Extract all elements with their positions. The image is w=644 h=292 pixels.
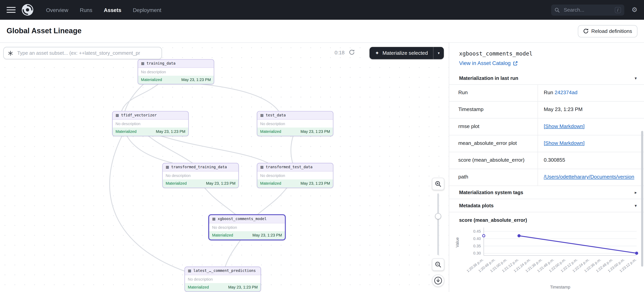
gear-icon[interactable]: ⚙: [632, 7, 638, 13]
materialization-time: May 23, 1:23 PM: [252, 232, 282, 238]
recenter-download-button[interactable]: [432, 274, 444, 287]
asset-node-header: ▦latest_…_comment_predictions: [185, 267, 260, 275]
chevron-down-icon: ▾: [635, 76, 637, 80]
global-search[interactable]: /: [551, 4, 624, 15]
asset-node-tfidf-vectorizer[interactable]: ▦tfidf_vectorizer No description Materia…: [112, 111, 189, 136]
nav-deployment[interactable]: Deployment: [133, 7, 162, 13]
zoom-slider-track[interactable]: [437, 193, 439, 255]
asset-node-header: ▦training_data: [138, 60, 214, 68]
asset-description: No description: [257, 172, 333, 179]
status-badge: Materialized: [166, 181, 186, 186]
materialization-time: May 23, 1:23 PM: [156, 129, 186, 135]
dagster-app: Overview Runs Assets Deployment / ⚙ Glob…: [0, 0, 644, 292]
asset-node-training-data[interactable]: ▦training_data No description Materializ…: [138, 59, 214, 84]
nav-assets[interactable]: Assets: [104, 7, 121, 13]
asset-name: transformed_training_data: [171, 165, 227, 170]
search-input[interactable]: [563, 7, 611, 13]
asset-description: No description: [112, 120, 188, 127]
dagster-logo[interactable]: [22, 4, 34, 16]
status-badge: Materialized: [212, 232, 233, 238]
asset-name: test_data: [266, 113, 286, 118]
asset-subset-filter[interactable]: [3, 47, 162, 59]
svg-text:0.30: 0.30: [473, 251, 481, 255]
section-metadata-plots[interactable]: Metadata plots ▾: [449, 199, 644, 212]
asset-description: No description: [209, 223, 285, 231]
svg-text:Timestamp: Timestamp: [550, 285, 570, 289]
asset-description: No description: [163, 172, 238, 179]
asset-node-transformed-test-data[interactable]: ▦transformed_test_data No description Ma…: [257, 163, 334, 188]
sparkle-icon: ✦: [375, 51, 379, 56]
zoom-slider-handle[interactable]: [435, 213, 441, 219]
run-prefix: Run: [544, 90, 554, 96]
detail-row-timestamp: Timestamp May 23, 1:23 PM: [449, 102, 644, 119]
asset-node-header: ▦transformed_training_data: [163, 163, 238, 172]
asset-node-header: ▦transformed_test_data: [257, 163, 333, 172]
run-id-link[interactable]: 242374ad: [554, 90, 577, 96]
detail-value: May 23, 1:23 PM: [538, 102, 644, 118]
asset-node-header: ▦test_data: [257, 112, 333, 120]
section-materialization-system-tags[interactable]: Materialization system tags ▸: [449, 186, 644, 199]
status-badge: Materialized: [188, 284, 209, 290]
refresh-icon: [583, 29, 588, 34]
asset-description: No description: [185, 275, 260, 283]
logo-swirl-icon: [22, 4, 34, 16]
refresh-icon: [349, 49, 355, 55]
detail-label: mean_absolute_error plot: [449, 135, 538, 152]
section-label: Materialization system tags: [459, 189, 523, 195]
view-in-asset-catalog-link[interactable]: View in Asset Catalog: [459, 60, 518, 67]
svg-text:Value: Value: [455, 237, 460, 247]
asset-node-test-data[interactable]: ▦test_data No description MaterializedMa…: [257, 111, 334, 136]
reload-definitions-button[interactable]: Reload definitions: [578, 25, 638, 37]
asset-node-xgboost-comments-model[interactable]: ▦xgboost_comments_model No description M…: [209, 215, 285, 240]
nav-overview[interactable]: Overview: [46, 7, 68, 13]
detail-value: [Show Markdown]: [538, 119, 644, 135]
search-shortcut-key: /: [615, 7, 621, 13]
asset-node-footer: MaterializedMay 23, 1:23 PM: [163, 179, 238, 188]
show-markdown-link[interactable]: [Show Markdown]: [544, 140, 584, 146]
lineage-graph-canvas[interactable]: ▦training_data No description Materializ…: [0, 43, 449, 292]
show-markdown-link[interactable]: [Show Markdown]: [544, 123, 584, 129]
detail-label: Timestamp: [449, 102, 538, 118]
materialize-selected-button[interactable]: ✦ Materialize selected: [370, 47, 433, 59]
table-icon: ▦: [260, 114, 264, 117]
asset-subset-input[interactable]: [16, 50, 158, 56]
detail-label: rmse plot: [449, 119, 538, 135]
svg-text:0.35: 0.35: [473, 244, 481, 248]
menu-icon[interactable]: [6, 7, 16, 13]
zoom-out-button[interactable]: [432, 258, 444, 271]
table-icon: ▦: [116, 114, 119, 117]
asset-name: latest_…_comment_predictions: [193, 268, 256, 274]
detail-value: [Show Markdown]: [538, 135, 644, 152]
path-link[interactable]: /Users/odetteharary/Documents/version: [544, 174, 634, 180]
external-link-icon: [513, 61, 518, 66]
nav-links: Overview Runs Assets Deployment: [46, 7, 161, 13]
asset-node-footer: MaterializedMay 23, 1:23 PM: [185, 283, 260, 291]
status-badge: Materialized: [260, 129, 281, 135]
zoom-out-icon: [435, 261, 441, 268]
asset-node-transformed-training-data[interactable]: ▦transformed_training_data No descriptio…: [162, 163, 239, 188]
asset-node-latest-comment-predictions[interactable]: ▦latest_…_comment_predictions No descrip…: [184, 267, 261, 292]
table-icon: ▦: [212, 217, 216, 221]
asset-node-footer: MaterializedMay 23, 1:23 PM: [112, 128, 188, 136]
asset-node-footer: MaterializedMay 23, 1:23 PM: [257, 128, 333, 136]
materialization-time: May 23, 1:23 PM: [300, 129, 330, 135]
graph-refresh-button[interactable]: [349, 49, 355, 56]
nav-runs[interactable]: Runs: [80, 7, 92, 13]
status-badge: Materialized: [116, 129, 136, 135]
detail-row-path: path /Users/odetteharary/Documents/versi…: [449, 169, 644, 186]
table-icon: ▦: [141, 62, 144, 65]
arrow-down-circle-icon: [434, 276, 443, 285]
asset-details-title: xgboost_comments_model: [459, 50, 634, 57]
catalog-link-label: View in Asset Catalog: [459, 60, 511, 67]
detail-value: /Users/odetteharary/Documents/version: [538, 169, 644, 185]
materialize-dropdown-button[interactable]: ▾: [433, 47, 444, 59]
nav-right: / ⚙: [551, 4, 638, 15]
table-icon: ▦: [188, 269, 191, 273]
asset-description: No description: [257, 120, 333, 127]
zoom-in-button[interactable]: [432, 178, 444, 190]
panel-scrollbar[interactable]: [641, 131, 643, 267]
metadata-plot-title: score (mean_absolute_error): [459, 217, 634, 223]
asset-node-footer: MaterializedMay 23, 1:23 PM: [209, 231, 285, 240]
section-materialization-last-run[interactable]: Materialization in last run ▾: [449, 72, 644, 85]
asset-details-panel: xgboost_comments_model View in Asset Cat…: [449, 43, 644, 292]
